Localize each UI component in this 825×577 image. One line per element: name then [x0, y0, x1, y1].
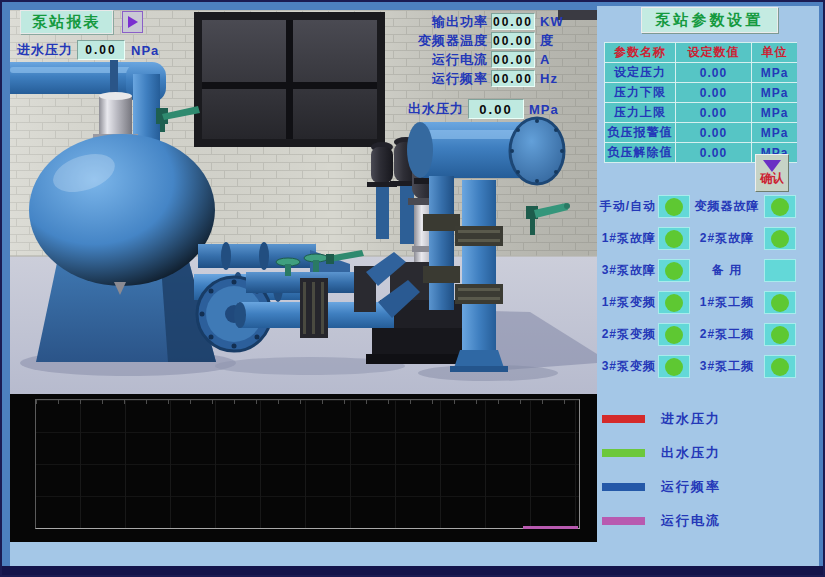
indicator-row: 手动/自动 变频器故障: [597, 195, 819, 218]
pump3-mains-label: 3#泵工频: [692, 358, 762, 375]
legend-label-current: 运行电流: [661, 512, 721, 530]
status-led: [665, 326, 683, 344]
param-unit: MPa: [752, 63, 797, 82]
run-current-label: 运行电流: [370, 51, 488, 69]
confirm-button-label: 确认: [760, 170, 784, 187]
metric-row: 变频器温度 00.00 度: [370, 32, 572, 49]
pump1-fault-indicator: [658, 227, 690, 250]
param-unit: MPa: [752, 83, 797, 102]
legend-swatch-inlet: [602, 415, 645, 423]
pump-station-3d-scene: 泵站报表 进水压力 0.00 NPa 输出功率 00.00 KW 变频器温度 0…: [10, 10, 597, 394]
param-value-input[interactable]: 0.00: [676, 63, 751, 82]
status-led: [665, 198, 683, 216]
output-power-unit: KW: [540, 14, 572, 29]
status-led: [771, 230, 789, 248]
pump2-mains-indicator: [764, 323, 796, 346]
pump2-fault-label: 2#泵故障: [692, 230, 762, 247]
status-indicators: 手动/自动 变频器故障 1#泵故障 2#泵故障 3#泵故障 备 用 1#泵变频: [597, 195, 819, 387]
report-button-group: 泵站报表: [20, 10, 143, 34]
play-arrow-icon: [128, 16, 138, 28]
status-led: [771, 358, 789, 376]
inverter-temp-value: 00.00: [491, 32, 535, 49]
run-current-trace: [523, 526, 578, 529]
status-led: [665, 294, 683, 312]
spare-indicator: [764, 259, 796, 282]
legend-swatch-outlet: [602, 449, 645, 457]
legend-label-frequency: 运行频率: [661, 478, 721, 496]
chart-top-ticks: [36, 400, 579, 404]
param-value-input[interactable]: 0.00: [676, 103, 751, 122]
report-nav-button[interactable]: [122, 11, 143, 33]
indicator-row: 2#泵变频 2#泵工频: [597, 323, 819, 346]
run-frequency-value: 00.00: [491, 70, 535, 87]
run-frequency-unit: Hz: [540, 71, 572, 86]
status-led: [665, 230, 683, 248]
legend-label-inlet: 进水压力: [661, 410, 721, 428]
metric-row: 运行频率 00.00 Hz: [370, 70, 572, 87]
chart-gridlines: [36, 400, 579, 528]
parameters-table: 参数名称 设定数值 单位 设定压力 0.00 MPa 压力下限 0.00 MPa…: [604, 42, 797, 163]
status-led: [771, 326, 789, 344]
run-frequency-label: 运行频率: [370, 70, 488, 88]
pump2-mains-label: 2#泵工频: [692, 326, 762, 343]
legend-item: 运行频率: [602, 483, 721, 491]
pump1-vfd-indicator: [658, 291, 690, 314]
pump2-vfd-indicator: [658, 323, 690, 346]
inlet-pressure-label: 进水压力: [17, 41, 73, 59]
param-name: 压力下限: [605, 83, 675, 102]
confirm-button[interactable]: 确认: [755, 154, 789, 192]
param-value-input[interactable]: 0.00: [676, 83, 751, 102]
status-led: [665, 262, 683, 280]
output-power-value: 00.00: [491, 13, 535, 30]
param-unit: MPa: [752, 103, 797, 122]
bottom-frame-bar: [2, 566, 823, 575]
pump1-mains-label: 1#泵工频: [692, 294, 762, 311]
status-led: [771, 294, 789, 312]
param-value-input[interactable]: 0.00: [676, 123, 751, 142]
status-led: [771, 198, 789, 216]
legend-label-outlet: 出水压力: [661, 444, 721, 462]
pump2-vfd-label: 2#泵变频: [597, 326, 656, 343]
outlet-pressure-value: 0.00: [468, 99, 524, 119]
inverter-temp-label: 变频器温度: [370, 32, 488, 50]
inverter-temp-unit: 度: [540, 32, 572, 50]
inlet-pressure-group: 进水压力 0.00 NPa: [17, 40, 159, 60]
legend-swatch-frequency: [602, 483, 645, 491]
hmi-pump-station-screen: 泵站报表 进水压力 0.00 NPa 输出功率 00.00 KW 变频器温度 0…: [0, 0, 825, 577]
param-name: 负压报警值: [605, 123, 675, 142]
pump3-mains-indicator: [764, 355, 796, 378]
indicator-row: 1#泵故障 2#泵故障: [597, 227, 819, 250]
legend-swatch-current: [602, 517, 645, 525]
trend-chart: [10, 394, 597, 542]
status-led: [665, 358, 683, 376]
pump3-fault-indicator: [658, 259, 690, 282]
run-current-value: 00.00: [491, 51, 535, 68]
manual-auto-indicator: [658, 195, 690, 218]
chart-footer-strip: [10, 542, 597, 568]
pump1-mains-indicator: [764, 291, 796, 314]
pump1-fault-label: 1#泵故障: [597, 230, 656, 247]
col-header-value: 设定数值: [676, 43, 751, 62]
col-header-name: 参数名称: [605, 43, 675, 62]
legend-item: 进水压力: [602, 415, 721, 423]
output-power-label: 输出功率: [370, 13, 488, 31]
legend-item: 运行电流: [602, 517, 721, 525]
report-button[interactable]: 泵站报表: [20, 10, 113, 34]
indicator-row: 1#泵变频 1#泵工频: [597, 291, 819, 314]
legend-item: 出水压力: [602, 449, 721, 457]
metric-row: 运行电流 00.00 A: [370, 51, 572, 68]
outlet-pressure-group: 出水压力 0.00 MPa: [408, 99, 559, 119]
param-value-input[interactable]: 0.00: [676, 143, 751, 162]
pump3-fault-label: 3#泵故障: [597, 262, 656, 279]
manual-auto-label: 手动/自动: [597, 198, 656, 215]
trend-plot-area: [35, 399, 580, 529]
metrics-cluster: 输出功率 00.00 KW 变频器温度 00.00 度 运行电流 00.00 A…: [370, 13, 572, 89]
indicator-row: 3#泵故障 备 用: [597, 259, 819, 282]
pump3-vfd-indicator: [658, 355, 690, 378]
spare-label: 备 用: [692, 262, 762, 279]
pump2-fault-indicator: [764, 227, 796, 250]
metric-row: 输出功率 00.00 KW: [370, 13, 572, 30]
settings-panel-title: 泵站参数设置: [641, 7, 778, 33]
param-name: 负压解除值: [605, 143, 675, 162]
pump3-vfd-label: 3#泵变频: [597, 358, 656, 375]
